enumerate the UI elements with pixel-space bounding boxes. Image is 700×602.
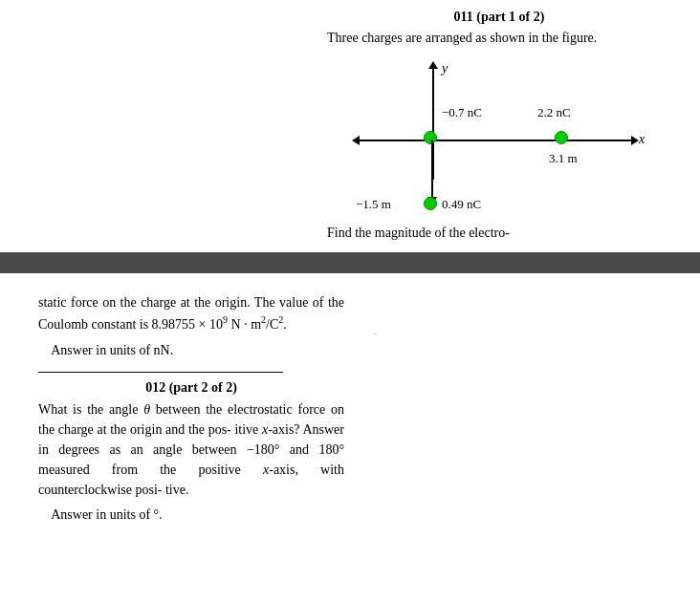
distance-neg15m-label: −1.5 m (356, 197, 391, 212)
x-axis-left-arrow-icon (352, 136, 360, 145)
x-axis-right-arrow-icon (631, 136, 639, 145)
problem-intro: Three charges are arranged as shown in t… (327, 29, 671, 48)
charge-049nc-label: 0.49 nC (442, 197, 481, 212)
charge-22nc-label: 2.2 nC (537, 105, 571, 120)
find-text: Find the magnitude of the electro- (327, 226, 671, 241)
problem-title: 011 (part 1 of 2) (327, 10, 671, 25)
decorative-mark: ` (344, 292, 671, 348)
y-axis-arrow-icon (428, 61, 438, 69)
bottom-section: static force on the charge at the origin… (0, 273, 700, 543)
origin-dot (424, 131, 437, 144)
charge-below-dot (424, 197, 437, 210)
y-axis-label: y (442, 61, 448, 76)
answer-units-1: Answer in units of nN. (38, 343, 344, 358)
answer-units-2: Answer in units of °. (38, 507, 344, 523)
problem2-text: What is the angle θ between the electros… (38, 399, 344, 500)
charge-right-dot (555, 131, 568, 144)
x-axis (356, 140, 633, 141)
top-section: 011 (part 1 of 2) Three charges are arra… (0, 0, 700, 241)
separator-bar (0, 252, 700, 273)
charge-neg07-label: −0.7 nC (442, 105, 482, 120)
bottom-left: static force on the charge at the origin… (38, 292, 344, 524)
problem2-title: 012 (part 2 of 2) (38, 380, 344, 396)
figure-container: y x −0.7 nC 2.2 nC 3.1 m −1.5 m 0.49 nC (337, 55, 662, 218)
bottom-right: ` (344, 292, 671, 524)
continuation-text: static force on the charge at the origin… (38, 292, 344, 334)
distance-31m-label: 3.1 m (549, 151, 578, 166)
section-divider (38, 372, 283, 373)
down-line (431, 140, 433, 199)
problem-content: 011 (part 1 of 2) Three charges are arra… (327, 10, 671, 241)
x-axis-label: x (639, 132, 645, 147)
